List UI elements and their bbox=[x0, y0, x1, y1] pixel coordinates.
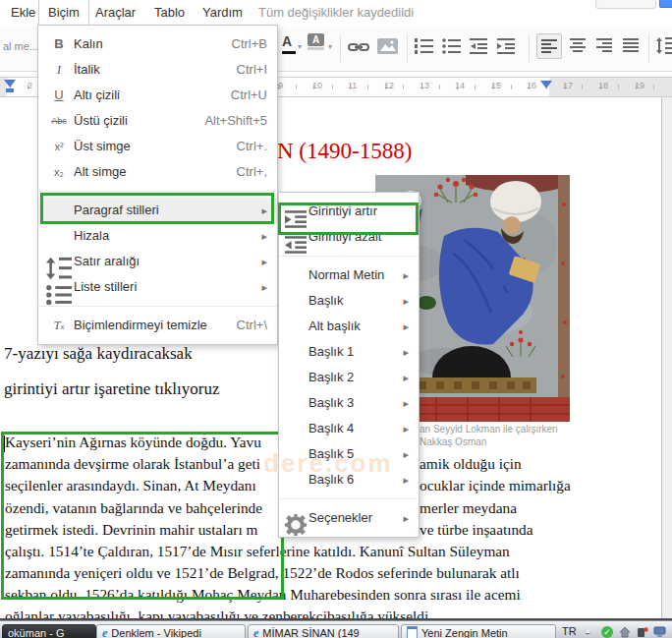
ruler-number: 16 bbox=[527, 81, 536, 90]
submenu-item-heading-1[interactable]: Başlık 1 bbox=[279, 339, 419, 365]
align-left-button[interactable] bbox=[536, 33, 562, 59]
first-line-indent-marker[interactable] bbox=[6, 88, 14, 92]
paragraph-line: sekban oldu. 1526’da katıldığı Mohaç Mey… bbox=[5, 586, 653, 608]
numbered-list-icon[interactable] bbox=[415, 38, 433, 54]
bulleted-list-icon[interactable] bbox=[442, 38, 461, 54]
document-title: N (1490-1588) bbox=[277, 139, 412, 164]
left-indent-marker[interactable] bbox=[4, 80, 16, 87]
show-hidden-icons-arrow[interactable]: ▴ bbox=[586, 625, 590, 635]
scrollbar-track[interactable] bbox=[661, 95, 672, 619]
ruler-number: 10 bbox=[312, 81, 322, 90]
ruler-number: 9 bbox=[278, 81, 283, 90]
format-menu: B Kalın Ctrl+B I İtalik Ctrl+I U Altı çi… bbox=[37, 25, 278, 345]
menubar: Ekle Biçim Araçlar Tablo Yardım Tüm deği… bbox=[0, 0, 672, 25]
submenu-item-heading-4[interactable]: Başlık 4 bbox=[279, 416, 419, 441]
ruler-number: 2 bbox=[28, 81, 32, 90]
gear-icon bbox=[285, 505, 307, 538]
clear-formatting-icon: Tx bbox=[46, 313, 72, 338]
display-settings-icon[interactable] bbox=[653, 626, 665, 638]
highlight-caret-icon[interactable]: ▾ bbox=[328, 42, 332, 51]
paragraph-style-selector[interactable]: al me... bbox=[3, 40, 38, 52]
superscript-icon: x² bbox=[46, 134, 72, 159]
submenu-item-heading-2[interactable]: Başlık 2 bbox=[279, 365, 419, 390]
submenu-item-heading-5[interactable]: Başlık 5 bbox=[279, 441, 419, 467]
menu-item-subscript[interactable]: x₂ Alt simge Ctrl+, bbox=[38, 159, 277, 185]
audio-device-icon[interactable] bbox=[637, 626, 648, 638]
decrease-indent-icon bbox=[285, 224, 307, 258]
insert-image-icon[interactable] bbox=[377, 38, 398, 54]
wordpad-document-icon bbox=[407, 626, 418, 638]
paragraph-line: çalıştı. 1514’te Çaldıran, 1517’de Mısır… bbox=[5, 543, 653, 564]
ruler-number: 17 bbox=[563, 81, 573, 90]
language-indicator[interactable]: TR bbox=[562, 625, 577, 637]
align-right-button[interactable] bbox=[596, 38, 612, 52]
menu-item-superscript[interactable]: x² Üst simge Ctrl+. bbox=[38, 134, 277, 159]
ruler-number: 19 bbox=[635, 81, 644, 90]
save-status: Tüm değişiklikler kaydedildi bbox=[258, 0, 414, 25]
insert-link-icon[interactable] bbox=[348, 41, 369, 53]
increase-indent-icon[interactable] bbox=[497, 38, 515, 54]
bold-icon: B bbox=[46, 31, 72, 57]
line-spacing-icon[interactable] bbox=[656, 37, 672, 54]
ruler-number: 14 bbox=[455, 81, 465, 90]
menu-tablo[interactable]: Tablo bbox=[145, 0, 194, 25]
menu-item-align[interactable]: Hizala bbox=[38, 223, 277, 249]
ruler-number: 13 bbox=[420, 81, 429, 90]
menu-item-underline[interactable]: U Altı çizili Ctrl+U bbox=[38, 83, 277, 108]
menu-yardim[interactable]: Yardım bbox=[194, 0, 252, 25]
italic-icon: I bbox=[46, 57, 72, 83]
comments-button-edge[interactable] bbox=[595, 0, 656, 9]
submenu-item-options[interactable]: Seçenekler bbox=[279, 505, 419, 531]
submenu-item-normal-text[interactable]: Normal Metin bbox=[279, 262, 419, 288]
google-docs-window: N (1490-1588) bbox=[0, 0, 672, 638]
submenu-item-heading-6[interactable]: Başlık 6 bbox=[279, 467, 419, 493]
submenu-item-subtitle[interactable]: Alt başlık bbox=[279, 314, 419, 339]
ruler-number: 11 bbox=[348, 81, 357, 90]
internet-explorer-icon: e bbox=[253, 626, 258, 638]
taskbar-button-mimar-sinan[interactable]: eMİMAR SİNAN (149 bbox=[248, 624, 399, 638]
menu-item-line-spacing[interactable]: Satır aralığı bbox=[38, 249, 277, 274]
submenu-item-heading-3[interactable]: Başlık 3 bbox=[279, 390, 419, 416]
underline-icon: U bbox=[46, 83, 72, 108]
ruler-number: 12 bbox=[384, 81, 394, 90]
menu-bicim[interactable]: Biçim bbox=[38, 0, 89, 25]
ruler-number: 15 bbox=[491, 81, 501, 90]
internet-explorer-icon: e bbox=[102, 626, 107, 638]
taskbar-button-vikipedi[interactable]: eDenklem - Vikipedi bbox=[96, 624, 246, 638]
paragraph-styles-submenu: Girintiyi artır Girintiyi azalt Normal M… bbox=[278, 192, 420, 538]
menu-item-strikethrough[interactable]: Abc Üstü çizili Alt+Shift+5 bbox=[38, 108, 277, 134]
submenu-item-decrease-indent[interactable]: Girintiyi azalt bbox=[279, 224, 419, 250]
align-justify-button[interactable] bbox=[623, 38, 639, 52]
align-center-button[interactable] bbox=[570, 38, 586, 52]
right-indent-marker[interactable] bbox=[540, 81, 552, 88]
text-color-button[interactable]: A bbox=[282, 32, 296, 54]
highlight-color-button[interactable]: A bbox=[308, 33, 324, 50]
menu-item-clear-formatting[interactable]: Tx Biçimlendirmeyi temizle Ctrl+\ bbox=[38, 313, 277, 338]
menu-item-italic[interactable]: I İtalik Ctrl+I bbox=[38, 57, 277, 83]
instruction-line-1: 7-yazıyı sağa kaydıracaksak bbox=[4, 344, 193, 364]
strikethrough-icon: Abc bbox=[46, 108, 72, 134]
ruler-number: 18 bbox=[598, 81, 608, 90]
taskbar-button-document[interactable]: oküman - G bbox=[2, 624, 96, 638]
submenu-item-title[interactable]: Başlık bbox=[279, 288, 419, 314]
decrease-indent-icon[interactable] bbox=[470, 38, 487, 54]
windows-taskbar: oküman - G eDenklem - Vikipedi eMİMAR Sİ… bbox=[0, 620, 672, 638]
paragraph-line: zamanında yeniçeri oldu ve 1521’de Belgr… bbox=[5, 564, 653, 586]
menu-item-list-styles[interactable]: Liste stilleri bbox=[38, 274, 277, 300]
list-icon bbox=[46, 274, 72, 308]
instruction-line-2: girintiyi artır işaretine tıklıyoruz bbox=[4, 379, 220, 399]
submenu-item-increase-indent[interactable]: Girintiyi artır bbox=[279, 199, 419, 224]
share-button-corner[interactable] bbox=[659, 0, 672, 8]
home-network-icon[interactable] bbox=[619, 626, 631, 638]
taskbar-button-wordpad[interactable]: Yeni Zengin Metin bbox=[401, 624, 556, 638]
menu-item-bold[interactable]: B Kalın Ctrl+B bbox=[38, 31, 277, 57]
menu-araclar[interactable]: Araçlar bbox=[86, 0, 144, 25]
menu-item-paragraph-styles[interactable]: Paragraf stilleri bbox=[38, 198, 277, 223]
subscript-icon: x₂ bbox=[46, 159, 72, 185]
antivirus-status-icon[interactable]: ✓ bbox=[601, 626, 613, 638]
text-color-caret-icon[interactable]: ▾ bbox=[298, 42, 302, 51]
